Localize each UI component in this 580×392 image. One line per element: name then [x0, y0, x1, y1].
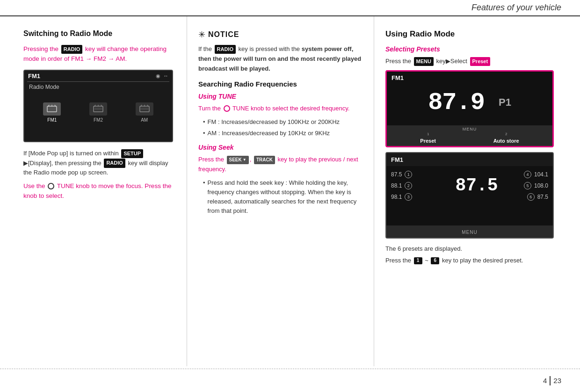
- using-radio-title: Using Radio Mode: [385, 29, 566, 39]
- using-seek-title: Using Seek: [198, 144, 362, 151]
- preset-freq-4: 104.1: [534, 171, 548, 178]
- preset-menu-label: MENU: [462, 230, 477, 235]
- main-content: Switching to Radio Mode Pressing the RAD…: [0, 16, 580, 366]
- page-title: Features of your vehicle: [471, 3, 561, 13]
- preset-center-freq: 87.5: [452, 170, 501, 202]
- right-column: Using Radio Mode Selecting Presets Press…: [374, 16, 580, 366]
- radio-badge-2: RADIO: [104, 159, 125, 168]
- preset-screen-top: FM1: [386, 153, 553, 166]
- preset-row-2: 88.1 2: [391, 181, 447, 190]
- svg-rect-9: [94, 108, 102, 110]
- mode-popup-text: If [Mode Pop up] is turned on within SET…: [23, 149, 173, 178]
- fm1-icon: [43, 102, 61, 116]
- radio-mode-screen: FM1 ◉ ↔ Radio Mode: [23, 70, 173, 142]
- notice-header: ✳ NOTICE: [198, 29, 362, 40]
- searching-title: Searching Radio Frequencies: [198, 80, 362, 88]
- am-icon: [136, 102, 153, 116]
- screen-icons: ◉ ↔: [156, 73, 168, 79]
- item-num-1: 1: [420, 132, 436, 136]
- signal-icon: ↔: [163, 73, 168, 79]
- page-num-text: 23: [553, 377, 561, 385]
- preset-num-1: 1: [405, 171, 412, 178]
- screen-top-bar: FM1 ◉ ↔: [24, 71, 172, 81]
- preset-row-3: 98.1 3: [391, 192, 447, 202]
- tune-knob-icon-left: [48, 183, 54, 189]
- preset-left-list: 87.5 1 88.1 2 98.1 3: [391, 170, 447, 202]
- radio-mode-label: Radio Mode: [24, 82, 172, 92]
- selecting-presets-title: Selecting Presets: [385, 45, 566, 53]
- preset-num-3: 3: [405, 193, 412, 201]
- preset-freq-2: 88.1: [391, 182, 402, 189]
- tune-knob-icon-mid: [224, 105, 230, 112]
- item-num-2: 2: [493, 132, 519, 136]
- seek-hold-bullet: • Press and hold the seek key : While ho…: [203, 178, 362, 216]
- am-bullet-text: AM : Increases/decreased by 10KHz or 9KH…: [208, 129, 330, 138]
- display-bottom-bar: MENU 1 Preset 2 Auto store: [387, 125, 552, 146]
- item-label-autostore: Auto store: [493, 138, 519, 144]
- seek-instruction: Press the SEEK ▼, TRACK key to play the …: [198, 155, 362, 174]
- track-badge: TRACK: [254, 156, 275, 164]
- screen-fm-label: FM1: [28, 73, 40, 80]
- preset-freq-1: 87.5: [391, 171, 402, 178]
- display-item-autostore: 2 Auto store: [493, 132, 519, 145]
- svg-rect-14: [141, 108, 148, 110]
- preset-num-5: 5: [524, 182, 531, 189]
- preset-num-2: 2: [405, 182, 412, 189]
- display-item-preset: 1 Preset: [420, 132, 436, 145]
- fm2-icon: [89, 102, 107, 116]
- badge-1: 1: [414, 257, 422, 264]
- preset-bottom-bar: MENU: [386, 225, 553, 238]
- fm-bullet-text: FM : Increases/decreased by 100KHz or 20…: [208, 117, 340, 127]
- notice-label: NOTICE: [208, 30, 239, 39]
- menu-badge-right: MENU: [414, 57, 434, 66]
- left-pink-intro: Pressing the RADIO key will change the o…: [23, 44, 173, 64]
- presets-desc-1: The 6 presets are displayed.: [385, 244, 566, 254]
- svg-rect-4: [48, 108, 56, 110]
- page-number: 4 23: [543, 376, 561, 385]
- preset-freq-5: 108.0: [534, 182, 548, 189]
- preset-row-4: 4 104.1: [506, 170, 548, 179]
- radio-badge-1: RADIO: [61, 45, 82, 54]
- preset-display-screen: FM1 87.9 P1 MENU 1 Preset 2 Aut: [385, 70, 554, 147]
- item-label-preset: Preset: [420, 138, 436, 144]
- radio-badge-notice: RADIO: [215, 45, 236, 54]
- display-menu-area: MENU 1 Preset 2 Auto store: [392, 127, 548, 145]
- am-bullet: • AM : Increases/decreased by 10KHz or 9…: [203, 129, 362, 138]
- left-tune-text: Use the TUNE knob to move the focus. Pre…: [23, 181, 173, 201]
- am-label: AM: [141, 117, 148, 123]
- seek-badge: SEEK ▼: [227, 156, 249, 164]
- preset-list-screen: FM1 87.5 1 88.1 2 98.1 3: [385, 152, 554, 239]
- display-menu-label: MENU: [392, 127, 548, 131]
- middle-column: ✳ NOTICE If the RADIO key is pressed wit…: [187, 16, 374, 366]
- preset-freq-3: 98.1: [391, 194, 402, 200]
- fm1-label: FM1: [47, 117, 57, 123]
- preset-fm-label: FM1: [391, 156, 403, 163]
- preset-row-1: 87.5 1: [391, 170, 447, 179]
- preset-body: 87.5 1 88.1 2 98.1 3 87.5: [386, 166, 553, 205]
- display-top: FM1: [387, 72, 552, 84]
- preset-row-5: 5 108.0: [506, 181, 548, 190]
- fm-bullet: • FM : Increases/decreased by 100KHz or …: [203, 117, 362, 127]
- chapter-number: 4: [543, 377, 547, 385]
- page-header: Features of your vehicle: [0, 0, 580, 16]
- preset-freq-6: 87.5: [537, 194, 548, 200]
- am-mode: AM: [136, 102, 153, 123]
- notice-body: If the RADIO key is pressed with the sys…: [198, 44, 362, 73]
- preset-badge: Preset: [470, 57, 491, 66]
- tune-bullets: • FM : Increases/decreased by 100KHz or …: [203, 117, 362, 138]
- fm2-mode: FM2: [89, 102, 107, 123]
- presets-desc-2: Press the 1 ~ 6 key to play the desired …: [385, 256, 566, 266]
- display-frequency: 87.9: [428, 89, 485, 116]
- display-preset-label: P1: [499, 96, 511, 109]
- preset-big-frequency: 87.5: [455, 175, 498, 196]
- using-tune-title: Using TUNE: [198, 93, 362, 100]
- seek-bullets: • Press and hold the seek key : While ho…: [203, 178, 362, 216]
- display-bottom-items: 1 Preset 2 Auto store: [392, 132, 548, 145]
- display-main: 87.9 P1: [387, 84, 552, 119]
- left-column: Switching to Radio Mode Pressing the RAD…: [0, 16, 187, 366]
- display-fm-label: FM1: [392, 74, 404, 81]
- fm2-label: FM2: [94, 117, 103, 123]
- page-footer: 4 23: [0, 369, 580, 392]
- fm1-mode: FM1: [43, 102, 61, 123]
- preset-instruction: Press the MENU key▶Select Preset: [385, 57, 566, 66]
